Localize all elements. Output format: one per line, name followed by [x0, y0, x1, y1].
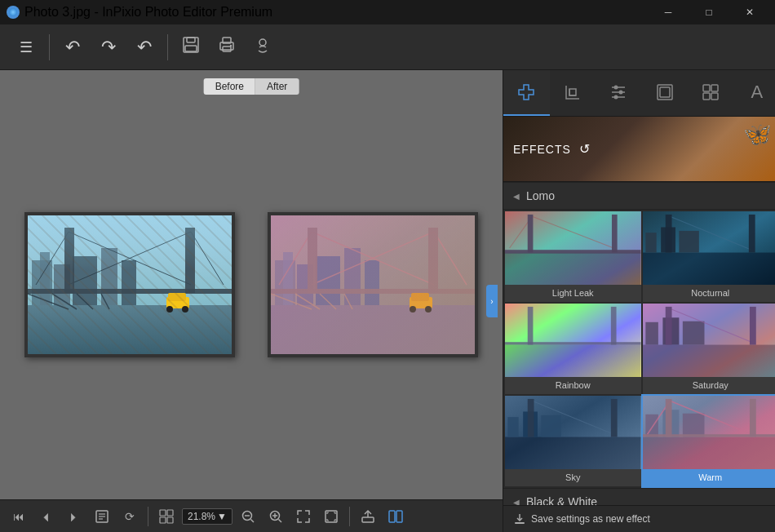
effect-saturday[interactable]: Saturday: [643, 304, 776, 394]
category-bw[interactable]: ◀ Black & White: [503, 488, 775, 505]
tab-adjust[interactable]: [596, 70, 642, 116]
svg-rect-34: [275, 260, 295, 305]
svg-rect-62: [167, 517, 173, 523]
svg-line-67: [278, 519, 281, 522]
undo-button[interactable]: ↶: [56, 31, 89, 64]
svg-rect-71: [362, 517, 374, 522]
effect-light-leak-thumb: [505, 211, 641, 285]
redo-button-1[interactable]: ↷: [92, 31, 125, 64]
file-button[interactable]: [90, 504, 114, 529]
svg-rect-21: [185, 228, 195, 293]
tab-crop[interactable]: [550, 70, 596, 116]
effect-nocturnal[interactable]: Nocturnal: [643, 211, 776, 302]
svg-line-41: [279, 232, 312, 285]
redo-icon-1: ↷: [101, 37, 116, 58]
main-area: Before After: [0, 70, 775, 532]
bottom-sep-1: [148, 507, 148, 526]
tab-text[interactable]: A: [734, 70, 776, 116]
svg-rect-9: [28, 305, 232, 354]
after-photo: [271, 215, 475, 354]
zoom-in-button[interactable]: [264, 504, 288, 529]
effect-rainbow[interactable]: Rainbow: [505, 304, 641, 394]
tab-frame[interactable]: [642, 70, 689, 116]
effect-light-leak-label: Light Leak: [505, 285, 641, 302]
svg-rect-52: [411, 293, 429, 301]
svg-rect-39: [365, 260, 379, 305]
before-button[interactable]: Before: [204, 78, 255, 95]
svg-line-47: [271, 294, 312, 309]
svg-rect-59: [160, 510, 166, 516]
svg-rect-89: [505, 253, 641, 285]
svg-rect-74: [396, 511, 402, 522]
effect-light-leak[interactable]: Light Leak: [505, 211, 641, 302]
before-after-toggle: Before After: [204, 78, 299, 95]
maximize-button[interactable]: □: [690, 0, 728, 24]
svg-rect-22: [28, 289, 232, 294]
redo-icon-2: ↶: [137, 37, 152, 58]
skip-start-button[interactable]: ⏮: [7, 504, 31, 529]
undo-icon: ↶: [65, 37, 80, 58]
print-button[interactable]: [210, 31, 243, 64]
fullscreen-button[interactable]: [319, 504, 343, 529]
zoom-dropdown-icon[interactable]: ▼: [217, 511, 227, 522]
svg-line-16: [69, 232, 191, 285]
save-button[interactable]: [175, 31, 207, 64]
toolbar-separator-2: [167, 34, 168, 60]
svg-rect-110: [645, 322, 658, 345]
effect-warm-thumb: [643, 396, 776, 469]
effect-sky-label: Sky: [505, 469, 641, 486]
svg-line-23: [28, 294, 69, 309]
panel-content: ◀ Lomo: [503, 182, 775, 505]
effect-saturday-thumb: [643, 304, 776, 377]
lomo-effects-grid: Light Leak: [503, 210, 775, 488]
svg-point-81: [614, 95, 618, 100]
svg-rect-38: [344, 248, 361, 305]
svg-point-30: [182, 306, 188, 313]
svg-rect-115: [749, 307, 755, 345]
fit-button[interactable]: [291, 504, 316, 529]
svg-rect-51: [410, 297, 432, 308]
effect-warm[interactable]: Warm: [643, 396, 776, 486]
panel-header: 🦋 EFFECTS ↺: [503, 117, 775, 182]
svg-rect-125: [643, 437, 776, 469]
menu-button[interactable]: ☰: [10, 31, 42, 64]
right-panel: A 🦋 EFFECTS ↺ ◀ Lomo: [503, 70, 775, 532]
effect-sky[interactable]: Sky: [505, 396, 641, 486]
tab-effects[interactable]: [503, 70, 550, 116]
svg-rect-8: [28, 215, 232, 354]
lomo-arrow-icon: ◀: [513, 192, 520, 201]
export-button[interactable]: [356, 504, 380, 529]
rotate-button[interactable]: ⟳: [117, 504, 142, 529]
stamp-icon: [254, 36, 272, 58]
redo-button-2[interactable]: ↶: [128, 31, 161, 64]
svg-rect-31: [271, 215, 475, 354]
svg-rect-94: [505, 250, 641, 253]
zoom-out-button[interactable]: [236, 504, 260, 529]
tab-texture[interactable]: [688, 70, 734, 116]
effect-saturday-label: Saturday: [643, 377, 776, 394]
sidebar-expand-arrow[interactable]: ›: [486, 285, 498, 317]
after-button[interactable]: After: [255, 78, 299, 95]
minimize-button[interactable]: ─: [649, 0, 687, 24]
toolbar-separator-1: [49, 34, 50, 60]
svg-rect-46: [271, 289, 475, 294]
svg-rect-37: [316, 256, 340, 305]
panel-bottom: Save settings as new effect: [503, 505, 775, 532]
stamp-button[interactable]: [246, 31, 279, 64]
prev-button[interactable]: ⏴: [34, 504, 59, 529]
category-lomo[interactable]: ◀ Lomo: [503, 182, 775, 210]
svg-rect-84: [703, 85, 710, 91]
svg-rect-97: [645, 233, 656, 252]
save-effect-button[interactable]: Save settings as new effect: [513, 512, 650, 525]
svg-line-25: [77, 294, 93, 309]
grid-button[interactable]: [154, 504, 179, 529]
dual-view-button[interactable]: [383, 504, 408, 529]
svg-point-79: [614, 86, 618, 90]
close-button[interactable]: ✕: [731, 0, 768, 24]
next-button[interactable]: ⏵: [62, 504, 86, 529]
effects-reset-button[interactable]: ↺: [578, 140, 591, 158]
svg-rect-73: [389, 511, 395, 522]
svg-line-42: [434, 232, 467, 285]
butterfly-decoration: 🦋: [743, 121, 772, 148]
titlebar-left: Photo 3.jpg - InPixio Photo Editor Premi…: [7, 5, 272, 20]
